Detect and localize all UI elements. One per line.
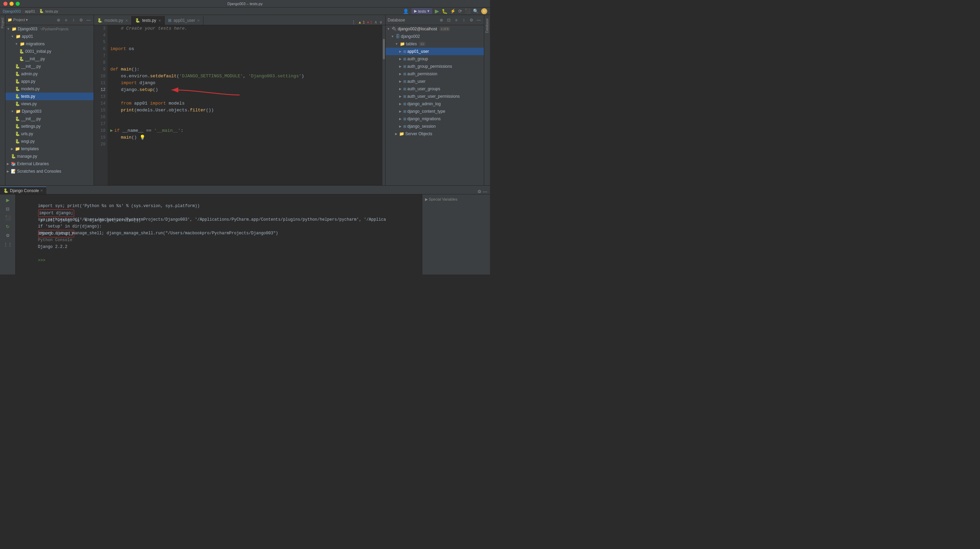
coverage-btn[interactable]: ⚡ — [450, 8, 456, 14]
settings-btn[interactable]: ⚙ — [3, 231, 13, 239]
tab-tests[interactable]: 🐍 tests.py ✕ — [132, 16, 165, 25]
expand-icon[interactable]: ▶ — [425, 197, 428, 201]
db-refresh-icon[interactable]: ⊡ — [446, 17, 452, 23]
breadcrumb-project[interactable]: Django003 — [3, 9, 21, 13]
tree-item-init3[interactable]: 🐍 __init__.py — [5, 115, 94, 123]
db-minimize-icon[interactable]: — — [476, 17, 482, 23]
function-call: print — [121, 107, 134, 114]
db-table-auth-user-groups[interactable]: ▶ ⊞ auth_user_groups — [385, 85, 484, 93]
user-icon[interactable]: 👤 — [403, 8, 409, 14]
search-btn[interactable]: 🔍 — [473, 8, 479, 14]
run-config[interactable]: ▶ tests ▾ — [411, 8, 432, 14]
db-connection[interactable]: ▼ 🔌 django002@localhost 1 of 8 — [385, 25, 484, 33]
tree-item-django003[interactable]: ▼ 📁 Django003 ~/PycharmProjects — [5, 25, 94, 33]
stop-btn[interactable]: ⬛ — [465, 8, 470, 14]
database-vtab[interactable]: Database — [485, 16, 490, 35]
db-add-icon[interactable]: ⊕ — [438, 17, 444, 23]
fullscreen-button[interactable] — [16, 2, 20, 6]
debug-btn[interactable]: 🐛 — [442, 8, 447, 14]
resume-btn[interactable]: ↻ — [3, 222, 13, 231]
tab-close-icon[interactable]: ✕ — [158, 19, 161, 22]
tree-item-scratches[interactable]: ▶ 📝 Scratches and Consoles — [5, 168, 94, 175]
add-btn[interactable]: + — [3, 271, 13, 274]
tree-item-manage[interactable]: 🐍 manage.py — [5, 153, 94, 160]
db-schema[interactable]: ▼ 🗄 django002 — [385, 33, 484, 40]
db-table-django-admin-log[interactable]: ▶ ⊞ django_admin_log — [385, 100, 484, 108]
table-icon: ⊞ — [403, 57, 406, 61]
console-tab-close[interactable]: ✕ — [40, 189, 43, 192]
tree-item-migrations[interactable]: ▼ 📁 migrations — [5, 40, 94, 48]
run-file-btn[interactable]: ⊟ — [3, 205, 13, 213]
code-editor[interactable]: 3 4 5 6 7 8 9 10 11 12 13 14 15 16 17 18… — [94, 25, 385, 185]
db-collapse-icon[interactable]: ≡ — [453, 17, 460, 23]
line-num: 13 — [96, 93, 105, 100]
more-btn[interactable]: ⋮⋮ — [3, 240, 13, 248]
db-table-auth-group[interactable]: ▶ ⊞ auth_group — [385, 55, 484, 63]
run-code-btn[interactable]: ▶ — [3, 196, 13, 204]
code-content[interactable]: # Create your tests here. import os def — [108, 25, 382, 185]
tab-models[interactable]: 🐍 models.py ✕ — [94, 16, 132, 25]
function-name: main — [121, 66, 131, 73]
minimize-sidebar-icon[interactable]: — — [86, 17, 92, 23]
db-table-auth-user[interactable]: ▶ ⊞ auth_user — [385, 78, 484, 85]
tree-item-admin[interactable]: 🐍 admin.py — [5, 70, 94, 78]
tree-item-init2[interactable]: 🐍 __init__.py — [5, 63, 94, 70]
tab-close-icon[interactable]: ✕ — [125, 19, 128, 22]
py-icon: 🐍 — [15, 131, 20, 136]
tree-item-external[interactable]: ▶ 📚 External Libraries — [5, 160, 94, 168]
run-btn[interactable]: ▶ — [435, 8, 439, 14]
more-tabs-icon[interactable]: ⋮ — [351, 19, 356, 25]
tree-item-urls[interactable]: 🐍 urls.py — [5, 130, 94, 137]
keyword: if — [115, 128, 122, 134]
collapse-icon[interactable]: ≡ — [63, 17, 69, 23]
db-table-django-content-type[interactable]: ▶ ⊞ django_content_type — [385, 108, 484, 115]
lightbulb-icon[interactable]: 💡 — [140, 134, 145, 141]
breadcrumb-module[interactable]: app01 — [25, 9, 35, 13]
console-minimize-icon[interactable]: — — [483, 189, 487, 194]
close-button[interactable] — [3, 2, 8, 6]
tree-label: __init__.py — [21, 117, 41, 121]
db-tables-folder[interactable]: ▼ 📁 tables 11 — [385, 40, 484, 48]
sort-icon[interactable]: ↕ — [70, 17, 76, 23]
tree-item-views[interactable]: 🐍 views.py — [5, 100, 94, 108]
breadcrumb-file[interactable]: tests.py — [45, 9, 58, 13]
minimize-button[interactable] — [10, 2, 14, 6]
tree-item-templates[interactable]: ▶ 📁 templates — [5, 145, 94, 153]
db-table-django-session[interactable]: ▶ ⊞ django_session — [385, 123, 484, 130]
chevron-icon: ▼ — [11, 110, 14, 113]
settings-icon[interactable]: ⚙ — [78, 17, 84, 23]
alert-down-icon[interactable]: ∨ — [379, 20, 382, 24]
db-table-app01-user[interactable]: ▶ ⊞ app01_user — [385, 48, 484, 55]
alert-up-icon[interactable]: ∧ — [374, 20, 377, 24]
chevron-icon: ▶ — [399, 57, 401, 61]
tab-app01-user[interactable]: ⊞ app01_user ✕ — [165, 16, 204, 25]
indent — [110, 107, 121, 114]
console-settings-icon[interactable]: ⚙ — [477, 189, 482, 194]
console-output[interactable]: import sys; print('Python %s on %s' % (s… — [16, 195, 422, 274]
db-table-auth-group-perm[interactable]: ▶ ⊞ auth_group_permissions — [385, 63, 484, 70]
paren: ( — [177, 73, 179, 80]
tree-item-tests[interactable]: 🐍 tests.py — [5, 93, 94, 100]
db-settings-icon[interactable]: ⚙ — [468, 17, 474, 23]
db-table-auth-user-user-perm[interactable]: ▶ ⊞ auth_user_user_permissions — [385, 93, 484, 100]
db-server-objects[interactable]: ▶ 📁 Server Objects — [385, 130, 484, 137]
tree-item-init1[interactable]: 🐍 __init__.py — [5, 55, 94, 63]
db-table-django-migrations[interactable]: ▶ ⊞ django_migrations — [385, 115, 484, 123]
tree-item-django003-pkg[interactable]: ▼ 📁 Django003 — [5, 108, 94, 115]
tree-item-apps[interactable]: 🐍 apps.py — [5, 78, 94, 85]
tab-close-icon[interactable]: ✕ — [197, 19, 200, 22]
more-btn[interactable]: ⟳ — [458, 8, 462, 14]
tree-item-wsgi[interactable]: 🐍 wsgi.py — [5, 137, 94, 145]
tree-item-settings[interactable]: 🐍 settings.py — [5, 123, 94, 130]
stop-btn[interactable]: ⬛ — [3, 214, 13, 222]
tree-item-0001[interactable]: 🐍 0001_initial.py — [5, 48, 94, 55]
locate-icon[interactable]: ⊕ — [56, 17, 62, 23]
django-console-tab[interactable]: 🐍 Django Console ✕ — [0, 187, 46, 194]
project-vtab[interactable]: Project — [0, 15, 5, 31]
function-call: setdefault — [150, 73, 177, 80]
editor-scrollbar[interactable] — [382, 25, 385, 185]
tree-item-app01[interactable]: ▼ 📁 app01 — [5, 33, 94, 40]
db-table-auth-perm[interactable]: ▶ ⊞ auth_permission — [385, 70, 484, 78]
tree-item-models[interactable]: 🐍 models.py — [5, 85, 94, 93]
db-sort-icon[interactable]: ↕ — [461, 17, 467, 23]
